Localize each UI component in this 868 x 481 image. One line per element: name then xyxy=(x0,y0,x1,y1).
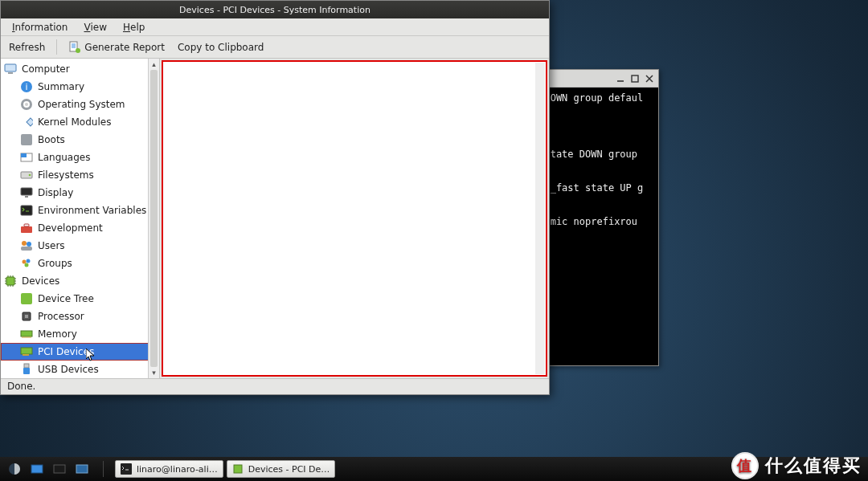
tree-users[interactable]: Users xyxy=(1,237,159,255)
svg-rect-15 xyxy=(25,196,28,198)
task-sysinfo[interactable]: Devices - PCI De… xyxy=(227,460,336,478)
svg-rect-0 xyxy=(632,75,638,82)
tree-computer[interactable]: Computer xyxy=(1,60,159,78)
tree-label: Filesystems xyxy=(38,169,94,181)
toolbar-separator xyxy=(56,39,57,55)
scroll-up-icon[interactable]: ▴ xyxy=(149,59,159,70)
close-button[interactable] xyxy=(644,73,655,84)
svg-rect-39 xyxy=(76,465,88,473)
svg-rect-27 xyxy=(25,315,28,318)
svg-rect-25 xyxy=(6,277,14,285)
drive-icon xyxy=(20,169,33,181)
terminal-icon xyxy=(121,463,132,475)
usb-icon xyxy=(20,363,33,376)
menu-information[interactable]: IInformationnformation xyxy=(6,20,74,35)
tree-env[interactable]: Environment Variables xyxy=(1,202,159,219)
sysinfo-icon xyxy=(232,463,244,475)
menu-help[interactable]: HelpHelp xyxy=(117,20,151,35)
svg-rect-14 xyxy=(21,188,32,195)
report-icon xyxy=(68,41,81,54)
gear-icon xyxy=(20,98,33,111)
tree-label: USB Devices xyxy=(38,364,99,375)
flag-icon xyxy=(20,151,33,164)
tree-kmod[interactable]: Kernel Modules xyxy=(1,113,159,131)
tree-dev[interactable]: Development xyxy=(1,219,159,237)
watermark-text: 什么值得买 xyxy=(765,454,862,478)
generate-report-button[interactable]: Generate Report xyxy=(65,39,168,55)
svg-point-2 xyxy=(76,48,80,53)
boot-icon xyxy=(20,133,33,146)
maximize-button[interactable] xyxy=(629,73,641,84)
svg-rect-31 xyxy=(24,364,29,368)
copy-clipboard-button[interactable]: Copy to Clipboard xyxy=(174,40,267,55)
menu-view[interactable]: ViewView xyxy=(77,20,113,35)
tree-boots[interactable]: Boots xyxy=(1,131,159,149)
board-icon xyxy=(20,292,33,305)
refresh-button[interactable]: Refresh xyxy=(6,40,48,55)
svg-rect-4 xyxy=(8,72,13,74)
tree-label: Summary xyxy=(38,81,84,92)
pci-icon xyxy=(20,345,33,358)
tree-label: Boots xyxy=(38,134,65,145)
computer-icon xyxy=(4,63,17,75)
svg-rect-21 xyxy=(21,247,32,251)
sysinfo-window[interactable]: Devices - PCI Devices - System Informati… xyxy=(0,0,550,395)
tree-fs[interactable]: Filesystems xyxy=(1,166,159,184)
scroll-thumb[interactable] xyxy=(150,70,158,367)
svg-point-20 xyxy=(27,242,31,247)
task-label: linaro@linaro-ali… xyxy=(137,464,218,475)
tree-label: Display xyxy=(38,187,73,198)
tree-display[interactable]: Display xyxy=(1,184,159,202)
module-icon xyxy=(20,116,33,128)
svg-rect-16 xyxy=(21,206,32,215)
tree-memory[interactable]: Memory xyxy=(1,325,159,343)
svg-rect-17 xyxy=(21,226,32,233)
copy-clipboard-label: Copy to Clipboard xyxy=(178,42,264,53)
refresh-label: Refresh xyxy=(9,42,45,53)
tree-summary[interactable]: i Summary xyxy=(1,78,159,96)
tree-langs[interactable]: Languages xyxy=(1,149,159,166)
tree-label: Operating System xyxy=(38,99,125,110)
cursor-icon xyxy=(86,349,96,363)
tree-label: Computer xyxy=(22,63,70,75)
watermark-badge-icon: 值 xyxy=(731,452,759,479)
svg-rect-32 xyxy=(23,368,30,374)
status-text: Done. xyxy=(7,381,35,392)
groups-icon xyxy=(20,257,33,270)
content-scrollbar[interactable] xyxy=(535,63,545,374)
svg-point-8 xyxy=(25,103,28,106)
svg-rect-30 xyxy=(23,354,29,356)
tree-pci[interactable]: PCI Devices xyxy=(1,343,159,361)
tree[interactable]: Computer i Summary Operating System xyxy=(1,59,159,378)
watermark: 值 什么值得买 xyxy=(731,452,862,479)
tree-devices[interactable]: Devices xyxy=(1,272,159,290)
window-titlebar[interactable]: Devices - PCI Devices - System Informati… xyxy=(1,1,549,18)
cpu-icon xyxy=(20,310,33,323)
tree-device-tree[interactable]: Device Tree xyxy=(1,290,159,308)
svg-rect-37 xyxy=(31,465,43,473)
pager-2[interactable] xyxy=(72,460,92,478)
minimize-button[interactable] xyxy=(615,73,626,84)
tree-processor[interactable]: Processor xyxy=(1,308,159,325)
tree-pane: Computer i Summary Operating System xyxy=(1,59,160,378)
task-terminal[interactable]: linaro@linaro-ali… xyxy=(115,460,223,478)
tree-os[interactable]: Operating System xyxy=(1,96,159,113)
status-bar: Done. xyxy=(1,378,549,394)
svg-rect-3 xyxy=(5,64,16,71)
tree-usb[interactable]: USB Devices xyxy=(1,361,159,378)
svg-rect-29 xyxy=(21,348,32,354)
tree-scrollbar[interactable]: ▴ ▾ xyxy=(148,59,159,378)
window-title: Devices - PCI Devices - System Informati… xyxy=(179,5,371,15)
scroll-down-icon[interactable]: ▾ xyxy=(149,367,159,378)
tree-label: Development xyxy=(38,222,103,234)
pager-1[interactable] xyxy=(50,460,69,478)
task-label: Devices - PCI De… xyxy=(248,464,330,475)
show-desktop-button[interactable] xyxy=(27,460,47,478)
tree-label: Devices xyxy=(22,275,59,287)
start-menu-button[interactable] xyxy=(5,460,24,478)
memory-icon xyxy=(20,328,33,340)
svg-rect-28 xyxy=(21,331,32,336)
menubar: IInformationnformation ViewView HelpHelp xyxy=(1,18,549,36)
generate-report-label: Generate Report xyxy=(84,42,165,53)
tree-groups[interactable]: Groups xyxy=(1,255,159,272)
